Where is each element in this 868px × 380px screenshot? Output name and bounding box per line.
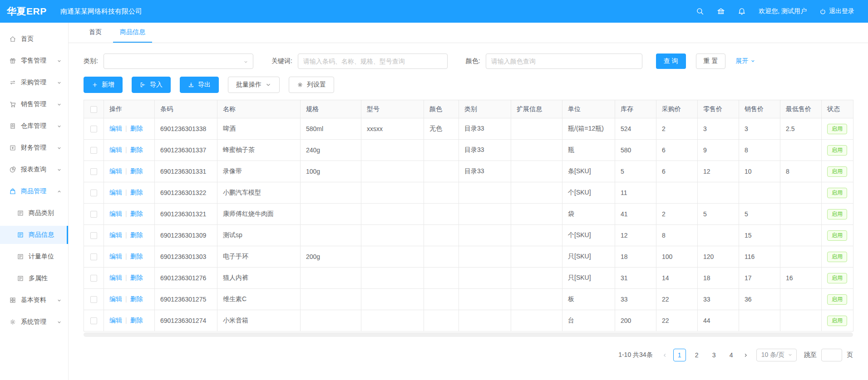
- page-size-select[interactable]: 10 条/页: [756, 349, 797, 361]
- edit-link[interactable]: 编辑: [109, 125, 122, 132]
- edit-link[interactable]: 编辑: [109, 231, 122, 239]
- export-button[interactable]: 导出: [180, 77, 219, 93]
- page-button-3[interactable]: 3: [708, 349, 720, 361]
- welcome-text: 欢迎您, 测试用户: [759, 7, 807, 15]
- sidebar-item-reports[interactable]: 报表查询: [0, 161, 68, 179]
- export-label: 导出: [198, 81, 211, 89]
- edit-link[interactable]: 编辑: [109, 295, 122, 302]
- row-checkbox[interactable]: [90, 317, 97, 324]
- prev-page-button[interactable]: [659, 349, 671, 361]
- row-checkbox[interactable]: [90, 253, 97, 260]
- delete-link[interactable]: 删除: [130, 189, 143, 196]
- page-button-1[interactable]: 1: [673, 349, 686, 361]
- row-checkbox[interactable]: [90, 232, 97, 239]
- sidebar-item-products[interactable]: 商品管理: [0, 182, 68, 200]
- row-checkbox[interactable]: [90, 211, 97, 218]
- sidebar-item-system[interactable]: 系统管理: [0, 313, 68, 331]
- cell-purchase: 100: [656, 246, 698, 268]
- import-button[interactable]: 导入: [132, 77, 171, 93]
- page-button-2[interactable]: 2: [690, 349, 703, 361]
- cell-model: [361, 161, 424, 182]
- edit-link[interactable]: 编辑: [109, 146, 122, 153]
- cell-purchase: 22: [656, 289, 698, 310]
- column-settings-button[interactable]: 列设置: [289, 77, 334, 93]
- sidebar-item-multi-attribute[interactable]: 多属性: [0, 269, 68, 287]
- header-checkbox[interactable]: [90, 106, 97, 113]
- sidebar-item-warehouse[interactable]: 仓库管理: [0, 117, 68, 135]
- edit-link[interactable]: 编辑: [109, 167, 122, 175]
- divider: |: [125, 253, 127, 260]
- jump-page-input[interactable]: [821, 349, 842, 361]
- search-icon[interactable]: [696, 7, 704, 15]
- logout-button[interactable]: 退出登录: [819, 7, 854, 15]
- chevron-down-icon: [57, 102, 62, 107]
- tab-home[interactable]: 首页: [82, 23, 108, 43]
- sidebar-item-retail[interactable]: 零售管理: [0, 52, 68, 70]
- swap-icon: [9, 79, 16, 86]
- tab-product-info[interactable]: 商品信息: [113, 23, 152, 43]
- sidebar-item-purchase[interactable]: 采购管理: [0, 73, 68, 92]
- column-header-name: 名称: [217, 100, 301, 118]
- cell-model: [361, 182, 424, 204]
- color-input[interactable]: [486, 54, 642, 69]
- tab-bar: 首页 商品信息: [69, 23, 868, 43]
- chevron-down-icon: [750, 58, 755, 65]
- bell-icon[interactable]: [738, 7, 746, 15]
- sidebar-item-sales[interactable]: 销售管理: [0, 95, 68, 113]
- category-select[interactable]: [104, 54, 253, 69]
- platform-icon[interactable]: [717, 7, 725, 15]
- row-checkbox[interactable]: [90, 296, 97, 303]
- delete-link[interactable]: 删除: [130, 317, 143, 324]
- sidebar-item-label: 多属性: [29, 274, 48, 283]
- sidebar-item-home[interactable]: 首页: [0, 30, 68, 48]
- edit-link[interactable]: 编辑: [109, 210, 122, 217]
- page-button-4[interactable]: 4: [725, 349, 738, 361]
- sidebar-item-product-info[interactable]: 商品信息: [0, 226, 68, 244]
- row-checkbox[interactable]: [90, 190, 97, 196]
- sidebar-item-finance[interactable]: 财务管理: [0, 139, 68, 157]
- delete-link[interactable]: 删除: [130, 210, 143, 217]
- sidebar-menu: 首页零售管理采购管理销售管理仓库管理财务管理报表查询商品管理商品类别商品信息计量…: [0, 23, 69, 380]
- column-settings-label: 列设置: [307, 81, 326, 89]
- chevron-down-icon: [57, 146, 62, 151]
- sidebar-item-measure-unit[interactable]: 计量单位: [0, 248, 68, 266]
- list-icon: [17, 231, 24, 239]
- batch-actions-button[interactable]: 批量操作: [228, 77, 280, 93]
- row-checkbox[interactable]: [90, 147, 97, 154]
- row-checkbox[interactable]: [90, 275, 97, 282]
- delete-link[interactable]: 删除: [130, 231, 143, 239]
- reset-button[interactable]: 重 置: [696, 54, 726, 69]
- delete-link[interactable]: 删除: [130, 274, 143, 281]
- add-button[interactable]: 新增: [84, 77, 123, 93]
- edit-link[interactable]: 编辑: [109, 274, 122, 281]
- edit-link[interactable]: 编辑: [109, 317, 122, 324]
- delete-link[interactable]: 删除: [130, 167, 143, 175]
- cell-retail: [698, 225, 739, 246]
- row-checkbox[interactable]: [90, 168, 97, 175]
- cell-sale: 15: [739, 225, 780, 246]
- row-checkbox[interactable]: [90, 126, 97, 132]
- delete-link[interactable]: 删除: [130, 146, 143, 153]
- table-row: 编辑|删除6901236301274小米音箱台2002244启用: [84, 310, 853, 331]
- sidebar-item-product-category[interactable]: 商品类别: [0, 204, 68, 222]
- cell-lowest: 2.5: [780, 118, 822, 140]
- cell-stock: 580: [615, 140, 656, 161]
- edit-link[interactable]: 编辑: [109, 189, 122, 196]
- grid-icon: [9, 297, 16, 304]
- keyword-input[interactable]: [298, 54, 448, 69]
- delete-link[interactable]: 删除: [130, 295, 143, 302]
- next-page-button[interactable]: [740, 349, 752, 361]
- divider: |: [125, 167, 127, 175]
- column-header-retail: 零售价: [698, 100, 739, 118]
- delete-link[interactable]: 删除: [130, 125, 143, 132]
- cell-color: [424, 289, 459, 310]
- sidebar-item-base-data[interactable]: 基本资料: [0, 291, 68, 309]
- delete-link[interactable]: 删除: [130, 253, 143, 260]
- expand-link[interactable]: 展开: [735, 57, 755, 65]
- column-header-color: 颜色: [424, 100, 459, 118]
- search-button[interactable]: 查 询: [656, 54, 686, 69]
- chevron-down-icon: [57, 167, 62, 172]
- cell-unit: 袋: [562, 204, 615, 225]
- edit-link[interactable]: 编辑: [109, 253, 122, 260]
- horizontal-scrollbar[interactable]: [84, 332, 853, 337]
